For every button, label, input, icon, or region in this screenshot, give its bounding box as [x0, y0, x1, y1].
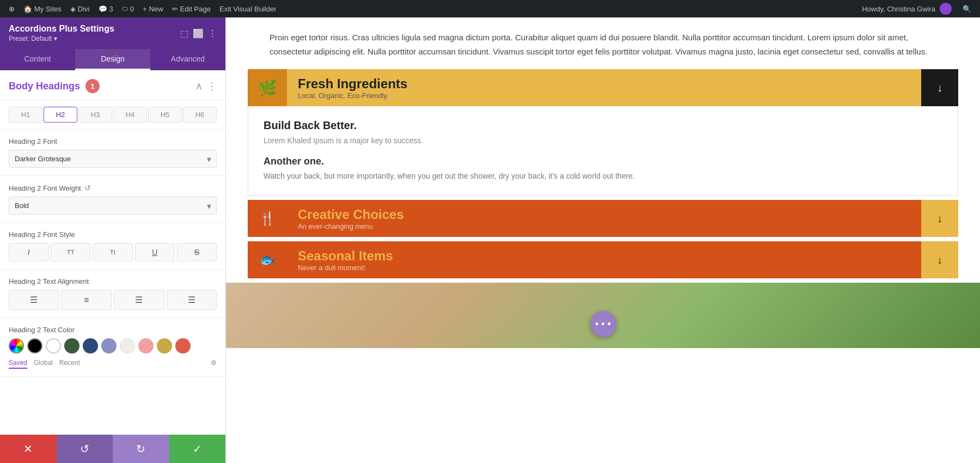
- admin-bar: ⊕ 🏠 My Sites ◈ Divi 💬 3 ⬭ 0 + New ✏ Edit…: [0, 0, 980, 17]
- style-btn-italic[interactable]: I: [9, 243, 48, 261]
- panel-icon-screenshot[interactable]: ⬚: [180, 28, 188, 39]
- align-btn-justify[interactable]: ☰: [167, 290, 217, 310]
- tab-content[interactable]: Content: [0, 49, 75, 70]
- accordion-header-seasonal[interactable]: 🐟 Seasonal Items Never a dull moment! ↓: [248, 241, 958, 278]
- align-btn-center[interactable]: ≡: [62, 290, 112, 310]
- section-menu-icon[interactable]: ⋮: [207, 80, 217, 92]
- admin-bar-wp[interactable]: ⊕: [4, 0, 19, 17]
- admin-bar-right: Howdy, Christina Gwira 🔍: [857, 3, 976, 15]
- accordion-icon-seasonal: 🐟: [248, 241, 287, 278]
- admin-bar-editpage[interactable]: ✏ Edit Page: [168, 0, 215, 17]
- accordion-title-wrap-creative: Creative Choices An ever-changing menu: [287, 200, 921, 237]
- color-swatches: [9, 338, 217, 354]
- weight-label: Heading 2 Font Weight ↺: [9, 184, 217, 192]
- color-swatch-pink[interactable]: [138, 338, 154, 354]
- admin-bar-search[interactable]: 🔍: [958, 5, 976, 13]
- field-group-weight: Heading 2 Font Weight ↺ Bold Normal 100 …: [0, 176, 225, 223]
- accordion-header-fresh[interactable]: 🌿 Fresh Ingredients Local. Organic. Eco-…: [248, 69, 958, 106]
- accordion-content-title-fresh: Build Back Better.: [264, 119, 942, 132]
- reset-weight-icon[interactable]: ↺: [84, 184, 91, 192]
- color-swatch-darkgreen[interactable]: [64, 338, 79, 354]
- accordion-content-fresh: Build Back Better. Lorem Khaled Ipsum is…: [248, 106, 958, 196]
- weight-select[interactable]: Bold Normal 100 200 300 400 500 600 700 …: [9, 197, 217, 215]
- style-btn-underline[interactable]: U: [135, 243, 175, 261]
- font-label: Heading 2 Font: [9, 137, 217, 145]
- color-swatch-gold[interactable]: [157, 338, 172, 354]
- admin-bar-mysites[interactable]: 🏠 My Sites: [19, 0, 66, 17]
- heading-tab-h5[interactable]: H5: [148, 107, 182, 123]
- floating-action-button[interactable]: • • •: [590, 311, 616, 337]
- heading-tab-h1[interactable]: H1: [9, 107, 42, 123]
- accordion-icon-fresh: 🌿: [248, 69, 287, 106]
- style-buttons: I TT Tt U S: [9, 243, 217, 261]
- main-layout: Accordions Plus Settings Preset: Default…: [0, 17, 980, 463]
- color-tabs: Saved Global Recent ⚙: [9, 359, 217, 369]
- admin-bar-divi[interactable]: ◈ Divi: [66, 0, 94, 17]
- accordion-toggle-seasonal[interactable]: ↓: [921, 241, 958, 278]
- font-select[interactable]: Darker Grotesque: [9, 150, 217, 168]
- accordion-title-wrap-fresh: Fresh Ingredients Local. Organic. Eco-Fr…: [287, 70, 921, 106]
- cancel-button[interactable]: ✕: [0, 435, 57, 463]
- redo-button[interactable]: ↻: [113, 435, 169, 463]
- color-tab-global[interactable]: Global: [34, 359, 53, 369]
- accordion-subtitle-creative: An ever-changing menu: [298, 222, 910, 230]
- house-icon: 🏠: [23, 5, 32, 13]
- content-area: Proin eget tortor risus. Cras ultricies …: [226, 17, 980, 463]
- style-btn-uppercase[interactable]: TT: [51, 243, 90, 261]
- section-header: Body Headings 1 ∧ ⋮: [0, 70, 225, 100]
- heading-tab-h2[interactable]: H2: [44, 107, 77, 123]
- panel-icon-more[interactable]: ⋮: [208, 28, 217, 39]
- edit-icon: ✏: [172, 5, 178, 13]
- panel-header-info: Accordions Plus Settings Preset: Default…: [9, 24, 114, 42]
- divi-icon: ◈: [70, 5, 76, 13]
- heading-tab-h6[interactable]: H6: [183, 107, 217, 123]
- weight-select-wrapper: Bold Normal 100 200 300 400 500 600 700 …: [9, 197, 217, 215]
- admin-bar-comments[interactable]: 💬 3: [94, 0, 118, 17]
- save-button[interactable]: ✓: [169, 435, 226, 463]
- panel-tabs: Content Design Advanced: [0, 49, 225, 70]
- utensils-icon: 🍴: [259, 211, 275, 226]
- admin-bar-exit-builder[interactable]: Exit Visual Builder: [215, 0, 281, 17]
- color-swatch-lavender[interactable]: [101, 338, 117, 354]
- admin-bar-user[interactable]: Howdy, Christina Gwira: [857, 3, 956, 15]
- admin-bar-new[interactable]: + New: [138, 0, 168, 17]
- undo-button[interactable]: ↺: [57, 435, 113, 463]
- color-tab-recent[interactable]: Recent: [59, 359, 80, 369]
- color-swatch-darkblue[interactable]: [83, 338, 98, 354]
- accordion-header-creative[interactable]: 🍴 Creative Choices An ever-changing menu…: [248, 200, 958, 237]
- color-swatch-black[interactable]: [27, 338, 42, 354]
- accordion-title-wrap-seasonal: Seasonal Items Never a dull moment!: [287, 242, 921, 278]
- align-buttons: ☰ ≡ ☰ ☰: [9, 290, 217, 310]
- tab-design[interactable]: Design: [75, 49, 150, 70]
- section-actions: ∧ ⋮: [195, 80, 217, 92]
- panel-title: Accordions Plus Settings: [9, 24, 114, 34]
- left-panel: Accordions Plus Settings Preset: Default…: [0, 17, 226, 463]
- heading-tab-h3[interactable]: H3: [78, 107, 112, 123]
- collapse-icon[interactable]: ∧: [195, 80, 203, 92]
- color-picker-swatch[interactable]: [9, 338, 24, 354]
- align-btn-right[interactable]: ☰: [114, 290, 164, 310]
- panel-preset[interactable]: Preset: Default ▾: [9, 35, 114, 42]
- accordion-toggle-fresh[interactable]: ↓: [921, 69, 958, 106]
- panel-icon-grid[interactable]: ⬜: [193, 28, 204, 39]
- style-btn-capitalize[interactable]: Tt: [93, 243, 132, 261]
- floating-menu: • • •: [590, 311, 616, 337]
- accordion-toggle-creative[interactable]: ↓: [921, 200, 958, 237]
- accordion-list: 🌿 Fresh Ingredients Local. Organic. Eco-…: [248, 69, 958, 278]
- user-avatar: [940, 3, 952, 15]
- color-swatch-cream[interactable]: [120, 338, 135, 354]
- tab-advanced[interactable]: Advanced: [150, 49, 225, 70]
- color-swatch-white[interactable]: [46, 338, 61, 354]
- heading-tab-h4[interactable]: H4: [113, 107, 147, 123]
- color-swatch-red[interactable]: [175, 338, 191, 354]
- section-badge: 1: [85, 79, 100, 93]
- style-btn-strikethrough[interactable]: S: [177, 243, 217, 261]
- accordion-subtitle-seasonal: Never a dull moment!: [298, 264, 910, 272]
- intro-text: Proin eget tortor risus. Cras ultricies …: [226, 17, 980, 69]
- section-title: Body Headings 1: [9, 79, 100, 93]
- align-btn-left[interactable]: ☰: [9, 290, 59, 310]
- admin-bar-comment-count[interactable]: ⬭ 0: [118, 0, 138, 17]
- color-tab-settings[interactable]: ⚙: [211, 359, 217, 369]
- color-tab-saved[interactable]: Saved: [9, 359, 27, 369]
- field-group-color: Heading 2 Text Color Saved Global: [0, 318, 225, 377]
